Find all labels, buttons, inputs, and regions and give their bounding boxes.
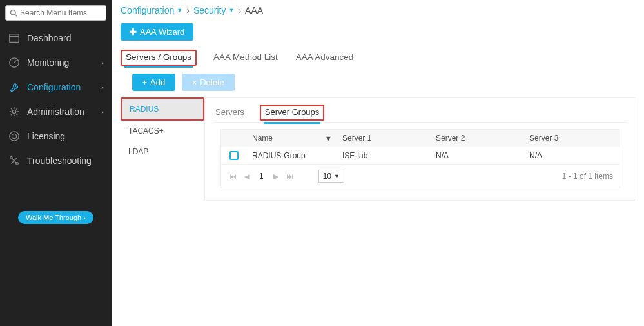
plus-icon: ✚	[130, 27, 137, 37]
breadcrumb-current: AAA	[245, 5, 263, 15]
gauge-icon	[8, 56, 21, 69]
cell-server1: ISE-lab	[337, 147, 431, 164]
wizard-label: AAA Wizard	[140, 27, 184, 37]
th-server3[interactable]: Server 3	[524, 130, 618, 147]
tab-method-list[interactable]: AAA Method List	[212, 50, 279, 66]
subtab-server-groups[interactable]: Server Groups	[264, 105, 321, 124]
highlight-marker: Server Groups	[260, 105, 325, 121]
dashboard-icon	[8, 32, 21, 45]
sidebar-item-label: Configuration	[27, 82, 81, 92]
sidebar-item-label: Licensing	[27, 131, 65, 141]
svg-line-1	[15, 14, 17, 16]
sidebar-item-label: Dashboard	[27, 33, 72, 43]
table-row[interactable]: RADIUS-Group ISE-lab N/A N/A	[221, 147, 620, 165]
sidebar-item-label: Administration	[27, 107, 84, 117]
breadcrumb-configuration[interactable]: Configuration	[121, 5, 174, 15]
breadcrumb-security[interactable]: Security	[193, 5, 226, 15]
add-button[interactable]: + Add	[132, 74, 175, 91]
search-icon	[10, 9, 17, 17]
tab-servers-groups[interactable]: Servers / Groups	[124, 50, 193, 68]
th-server2[interactable]: Server 2	[431, 130, 524, 147]
breadcrumb-separator: ›	[238, 5, 241, 15]
tabs-row: Servers / Groups AAA Method List AAA Adv…	[121, 50, 636, 66]
sidebar-item-administration[interactable]: Administration ›	[0, 99, 112, 124]
plus-icon: +	[142, 78, 147, 87]
pager-first-icon[interactable]: ⏮	[228, 172, 239, 180]
delete-label: Delete	[200, 77, 224, 87]
tab-advanced[interactable]: AAA Advanced	[295, 50, 355, 66]
walk-me-through-button[interactable]: Walk Me Through ›	[18, 211, 93, 224]
aaa-wizard-button[interactable]: ✚ AAA Wizard	[121, 23, 193, 41]
delete-button[interactable]: × Delete	[182, 74, 235, 91]
svg-point-0	[11, 10, 16, 15]
add-label: Add	[150, 77, 165, 87]
main-content: Configuration▼ › Security▼ › AAA ✚ AAA W…	[112, 0, 644, 326]
breadcrumb: Configuration▼ › Security▼ › AAA	[121, 5, 636, 15]
cell-name: RADIUS-Group	[247, 147, 337, 164]
pager-current: 1	[255, 172, 268, 181]
protocol-radius[interactable]: RADIUS	[122, 99, 203, 119]
svg-point-8	[12, 134, 16, 138]
pager-last-icon[interactable]: ⏭	[284, 172, 295, 180]
pager-next-icon[interactable]: ▶	[271, 172, 280, 181]
table-header: Name ▼ Server 1 Server 2 Server 3	[221, 130, 620, 147]
chevron-right-icon: ›	[101, 108, 104, 116]
highlight-marker: RADIUS	[121, 97, 204, 121]
svg-line-5	[14, 60, 17, 63]
svg-point-7	[10, 132, 19, 141]
pager-prev-icon[interactable]: ◀	[242, 172, 251, 181]
pager: ⏮ ◀ 1 ▶ ⏭ 10 ▼ 1 - 1 of 1 items	[221, 165, 620, 188]
subtabs: Servers Server Groups	[214, 105, 627, 123]
highlight-marker: Servers / Groups	[121, 50, 197, 66]
pager-info: 1 - 1 of 1 items	[562, 172, 613, 181]
license-icon	[8, 130, 21, 143]
action-row: + Add × Delete	[132, 74, 636, 91]
sidebar-item-label: Monitoring	[27, 57, 69, 68]
wrench-icon	[8, 81, 21, 94]
tools-icon	[8, 154, 21, 167]
th-checkbox	[221, 130, 247, 147]
svg-point-6	[12, 110, 15, 113]
gear-icon	[8, 105, 21, 118]
chevron-right-icon: ›	[101, 83, 104, 91]
protocol-ldap[interactable]: LDAP	[121, 141, 204, 162]
th-name[interactable]: Name ▼	[247, 130, 337, 147]
svg-rect-2	[10, 34, 19, 43]
caret-down-icon: ▼	[228, 7, 234, 14]
sidebar-item-label: Troubleshooting	[27, 156, 92, 166]
caret-down-icon: ▼	[334, 173, 340, 179]
row-checkbox[interactable]	[229, 151, 239, 160]
caret-down-icon: ▼	[177, 7, 182, 14]
sidebar-item-dashboard[interactable]: Dashboard	[0, 26, 112, 50]
x-icon: ×	[192, 78, 197, 87]
search-input[interactable]	[20, 8, 102, 17]
protocol-list: RADIUS TACACS+ LDAP	[121, 97, 204, 201]
subtab-servers[interactable]: Servers	[214, 105, 246, 122]
breadcrumb-separator: ›	[186, 5, 190, 15]
sidebar-item-licensing[interactable]: Licensing	[0, 124, 112, 148]
sidebar-item-troubleshooting[interactable]: Troubleshooting	[0, 148, 112, 173]
sidebar-item-configuration[interactable]: Configuration ›	[0, 75, 112, 99]
sidebar: Dashboard Monitoring › Configuration › A…	[0, 0, 112, 326]
chevron-right-icon: ›	[101, 59, 104, 66]
panel: Servers Server Groups Name ▼ Server 1 Se…	[204, 97, 636, 201]
server-groups-table: Name ▼ Server 1 Server 2 Server 3 RADIUS…	[220, 129, 620, 188]
sidebar-item-monitoring[interactable]: Monitoring ›	[0, 50, 112, 75]
cell-server3: N/A	[524, 147, 618, 164]
filter-icon[interactable]: ▼	[325, 134, 332, 142]
page-size-select[interactable]: 10 ▼	[318, 170, 344, 183]
th-server1[interactable]: Server 1	[337, 130, 431, 147]
protocol-tacacs[interactable]: TACACS+	[121, 121, 204, 141]
search-box[interactable]	[5, 5, 106, 21]
cell-server2: N/A	[431, 147, 524, 164]
